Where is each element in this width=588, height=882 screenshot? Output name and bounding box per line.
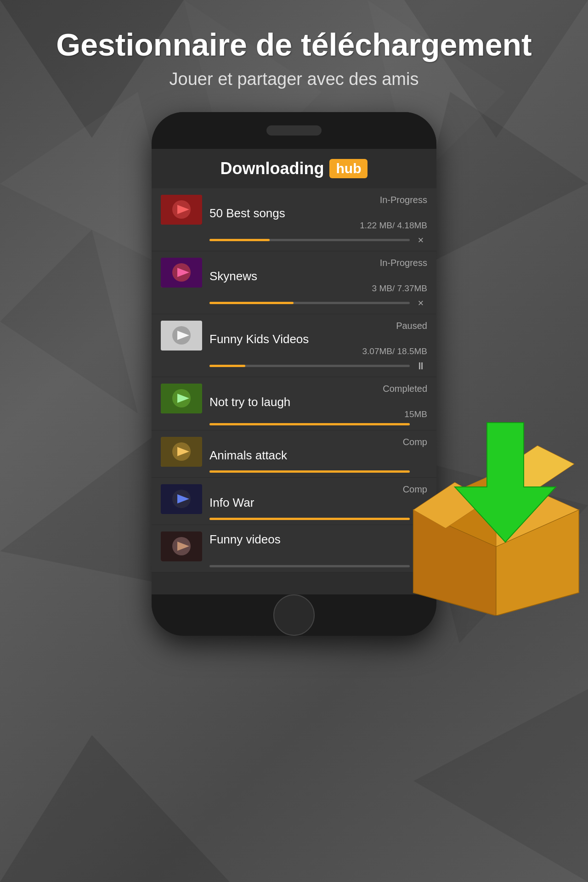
download-item: In-Progress Skynews 3 MB/ 7.37MB × (152, 251, 436, 314)
progress-bar-background (209, 239, 410, 241)
app-title: Downloading (220, 159, 324, 178)
item-size: 15MB (209, 409, 427, 419)
item-info: Comp Info War (209, 484, 427, 510)
item-row: Comp Animals attack (161, 437, 427, 467)
progress-row (161, 470, 427, 473)
download-item: Comp Info War (152, 478, 436, 525)
item-info: In-Progress 50 Best songs 1.22 MB/ 4.18M… (209, 195, 427, 231)
item-thumbnail (161, 384, 202, 413)
progress-bar-background (209, 470, 410, 473)
progress-row (161, 565, 427, 567)
progress-bar-fill (209, 302, 294, 304)
item-info: In-Progress Skynews 3 MB/ 7.37MB (209, 258, 427, 294)
item-thumbnail (161, 531, 202, 561)
progress-bar-background (209, 365, 410, 367)
phone-top-bar (152, 112, 436, 149)
item-status: Completed (383, 384, 427, 394)
item-status-row: Comp (209, 484, 427, 495)
download-item: Completed Not try to laugh 15MB (152, 377, 436, 430)
item-status-row: In-Progress (209, 195, 427, 205)
item-info: Paused Funny Kids Videos 3.07MB/ 18.5MB (209, 321, 427, 356)
phone-wrapper: Downloading hub In-Progress 50 Best song… (0, 112, 588, 636)
header-section: Gestionnaire de téléchargement Jouer et … (0, 0, 588, 98)
subtitle: Jouer et partager avec des amis (0, 69, 588, 89)
progress-row: × (161, 297, 427, 309)
item-status-row: Comp (209, 437, 427, 447)
phone-home-button[interactable] (273, 594, 315, 636)
progress-action-button[interactable]: × (414, 297, 427, 309)
item-status-row: Completed (209, 384, 427, 394)
item-row: In-Progress 50 Best songs 1.22 MB/ 4.18M… (161, 195, 427, 231)
item-status: In-Progress (380, 195, 427, 205)
item-title: Skynews (209, 269, 427, 283)
item-title: Info War (209, 496, 427, 510)
progress-action-button[interactable]: × (414, 234, 427, 246)
progress-row: × (161, 234, 427, 246)
item-info: Completed Not try to laugh 15MB (209, 384, 427, 419)
item-row: Funny videos (161, 531, 427, 561)
item-thumbnail (161, 258, 202, 288)
download-item: In-Progress 50 Best songs 1.22 MB/ 4.18M… (152, 188, 436, 251)
progress-bar-background (209, 423, 410, 425)
item-size: 1.22 MB/ 4.18MB (209, 220, 427, 231)
progress-bar-fill (209, 423, 410, 425)
phone-bottom-bar (152, 594, 436, 636)
item-thumbnail (161, 437, 202, 467)
svg-marker-7 (0, 735, 230, 882)
progress-row (161, 423, 427, 425)
phone-frame: Downloading hub In-Progress 50 Best song… (152, 112, 436, 636)
download-list: In-Progress 50 Best songs 1.22 MB/ 4.18M… (152, 188, 436, 572)
item-title: 50 Best songs (209, 206, 427, 220)
item-size: 3 MB/ 7.37MB (209, 283, 427, 294)
hub-badge: hub (329, 159, 368, 178)
item-title: Funny Kids Videos (209, 332, 427, 346)
item-row: Paused Funny Kids Videos 3.07MB/ 18.5MB (161, 321, 427, 356)
progress-action-button[interactable]: ⏸ (414, 360, 427, 372)
main-title: Gestionnaire de téléchargement (0, 28, 588, 62)
item-title: Funny videos (209, 532, 427, 547)
item-status: In-Progress (380, 258, 427, 268)
item-thumbnail (161, 195, 202, 225)
progress-bar-background (209, 518, 410, 520)
download-item: Paused Funny Kids Videos 3.07MB/ 18.5MB … (152, 314, 436, 377)
app-header: Downloading hub (152, 149, 436, 188)
progress-bar-fill (209, 365, 245, 367)
item-status: Paused (396, 321, 427, 331)
item-row: Completed Not try to laugh 15MB (161, 384, 427, 419)
item-info: Funny videos (209, 531, 427, 547)
item-title: Animals attack (209, 448, 427, 463)
item-row: In-Progress Skynews 3 MB/ 7.37MB (161, 258, 427, 294)
progress-bar-fill (209, 470, 410, 473)
item-thumbnail (161, 321, 202, 351)
item-status-row: Paused (209, 321, 427, 331)
item-size: 3.07MB/ 18.5MB (209, 346, 427, 356)
item-row: Comp Info War (161, 484, 427, 514)
progress-row (161, 518, 427, 520)
progress-bar-background (209, 565, 410, 567)
item-thumbnail (161, 484, 202, 514)
item-info: Comp Animals attack (209, 437, 427, 463)
progress-row: ⏸ (161, 360, 427, 372)
progress-bar-background (209, 302, 410, 304)
progress-bar-fill (209, 239, 270, 241)
app-screen: Downloading hub In-Progress 50 Best song… (152, 149, 436, 594)
download-illustration (395, 418, 588, 617)
progress-bar-fill (209, 518, 410, 520)
download-item: Comp Animals attack (152, 430, 436, 478)
download-item: Funny videos (152, 525, 436, 572)
svg-marker-8 (413, 689, 588, 882)
item-title: Not try to laugh (209, 395, 427, 409)
item-status-row: In-Progress (209, 258, 427, 268)
phone-speaker (266, 125, 322, 136)
